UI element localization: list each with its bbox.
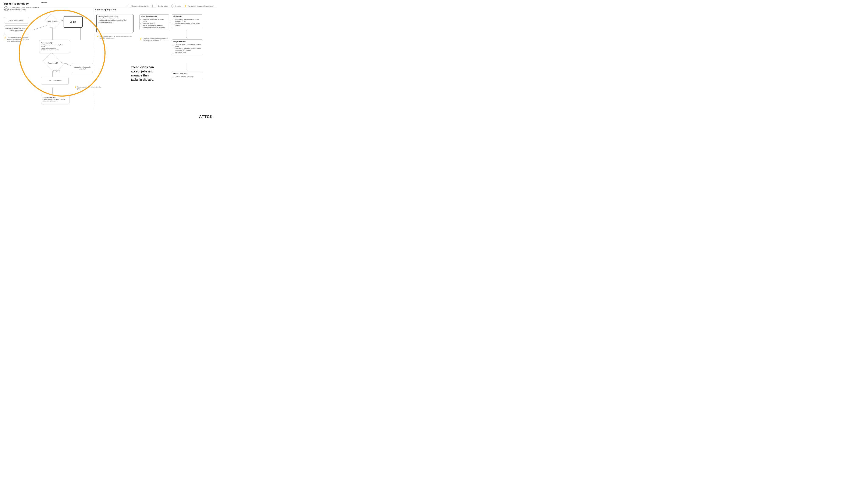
job-status-box: Job status will change to "Accepted" — [72, 63, 93, 73]
arrow-right-do-work — [169, 22, 172, 23]
notifications-box: • Ch… notifications — [41, 77, 69, 85]
leave-website-box: Leave the website • Remain logged in by … — [41, 94, 70, 104]
manage-tasks-box: Manage tasks and notes • Add/delete pred… — [96, 14, 133, 33]
complete-list: Contact call center #1 again and get che… — [173, 44, 201, 54]
after-done-list: Edit tasks and notes if necessary — [173, 76, 201, 78]
arrive-at-customer-box: Arrive at customer site Contact call cen… — [140, 14, 169, 30]
go-to-tucker-box: Go to Tucker website — [4, 17, 29, 24]
dashed-divider — [94, 8, 94, 110]
svg-marker-13 — [186, 70, 187, 71]
pain-point-1: ⚡ Users may miss new assignments if they… — [4, 37, 29, 42]
view-assigned-box: View assigned jobs • Sort by priority as… — [39, 40, 70, 53]
legend-rect — [152, 5, 157, 7]
accept-job-diamond: Accept a job? — [44, 57, 61, 69]
before-accepting-label: Before accepting a job — [4, 8, 22, 10]
bolt-icon-3: ⚡ — [74, 86, 77, 89]
legend-rounded-rect — [127, 5, 132, 7]
do-work-list: Add/edit/delete tasks and notes for the … — [173, 19, 201, 27]
flow-area: Before accepting a job Go to Tucker webs… — [0, 8, 217, 122]
after-job-done-box: After the job is done Edit tasks and not… — [172, 72, 203, 79]
arrow-down-complete — [186, 30, 187, 39]
bolt-icon-2: ⚡ — [96, 35, 99, 38]
bolt-icon-1: ⚡ — [4, 36, 6, 39]
legend-item-pain: ⚡ Pain point to consider in future phase… — [184, 5, 213, 7]
legend-item-event: Event or action — [152, 5, 168, 7]
legend-item-decision: Decision — [171, 5, 181, 7]
legend: LEGEND Beginning and end of flow Event o… — [41, 2, 213, 7]
legend-items: Beginning and end of flow Event or actio… — [41, 5, 213, 7]
complete-work-box: Complete the work Contact call center #1… — [172, 39, 203, 55]
pain-point-3: ⚡ Users may also want to view upcoming j… — [74, 86, 104, 90]
do-work-box: Do the work Add/edit/delete tasks and no… — [172, 14, 203, 28]
callout-text: Technicians can accept jobs and manage t… — [131, 65, 154, 82]
yes-label-accept: Yes — [65, 63, 67, 64]
arrive-list: Contact call center #1 and get a ticket … — [141, 19, 167, 29]
attck-logo: ATTCK — [199, 115, 213, 119]
company-name: Tucker Technology — [4, 2, 39, 5]
bolt-icon-sms: ⚡ — [140, 37, 142, 40]
svg-marker-15 — [170, 22, 172, 23]
pain-point-2: ⚡ Before the job, users may want to rece… — [96, 35, 133, 39]
legend-diamond — [171, 5, 175, 7]
svg-marker-11 — [186, 37, 187, 38]
after-accepting-label: After accepting a job — [95, 8, 116, 11]
yes-label-down: Yes — [51, 27, 53, 29]
pain-point-sms: ⚡ If the job is simple, users may want t… — [140, 38, 170, 41]
yes-label-login: Yes — [61, 20, 63, 22]
already-logged-in-diamond: Already logged in? — [45, 16, 60, 27]
no-ignore-label: No/ignore — [53, 70, 60, 72]
bolt-icon: ⚡ — [184, 5, 187, 7]
legend-item-flow: Beginning and end of flow — [127, 5, 150, 7]
legend-title: LEGEND — [41, 2, 48, 4]
log-in-box: Log in — [64, 16, 83, 28]
arrow-down-after — [186, 63, 187, 71]
get-notification-box: Get notification about a job and click l… — [4, 25, 29, 35]
